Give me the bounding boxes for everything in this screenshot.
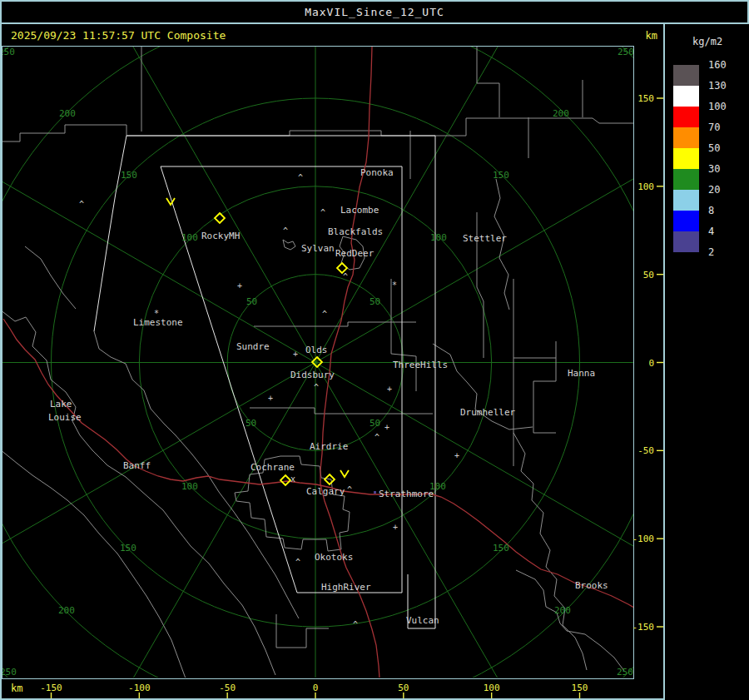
place-label: Vulcan: [406, 615, 439, 626]
range-rings: [0, 0, 749, 700]
place-label: Ponoka: [360, 167, 394, 178]
right-axis-tick-label: 150: [637, 93, 654, 104]
bottom-axis-tick-label: -150: [40, 683, 62, 693]
place-label: Sylvan: [301, 243, 335, 254]
place-label: Drumheller: [460, 407, 516, 418]
ring-distance-label: 250: [0, 47, 15, 57]
bottom-axis-tick-label: -100: [128, 683, 151, 693]
bottom-axis-tick-label: 0: [313, 683, 319, 693]
place-label: Strathmore: [379, 489, 434, 499]
right-axis-tick-label: 0: [648, 358, 654, 369]
ring-distance-label: 50: [370, 296, 380, 307]
town-symbol: ^: [79, 200, 84, 209]
town-symbol: +: [268, 394, 273, 403]
place-labels: PonokaLacombeBlackfaldsSylvanRedDeerStet…: [48, 167, 608, 626]
town-symbol: x: [290, 474, 295, 484]
ring-distance-label: 150: [121, 170, 137, 181]
town-symbol: +: [293, 350, 298, 359]
town-symbol: ^: [374, 433, 379, 442]
town-symbol: ^: [322, 310, 327, 319]
town-symbol: *: [392, 280, 397, 290]
ring-distance-label: 200: [554, 605, 571, 616]
right-axis-tick-label: 100: [637, 181, 654, 192]
place-label: Sundre: [236, 341, 270, 352]
place-label: Olds: [305, 345, 328, 355]
ring-distance-label: 100: [181, 232, 198, 243]
ring-distance-label: 100: [181, 481, 198, 492]
right-axis-tick-label: 50: [643, 270, 654, 280]
ring-distance-label: 100: [430, 232, 447, 243]
ring-distance-label: 50: [246, 418, 256, 429]
town-symbol: ^: [347, 485, 352, 494]
map-layers: 5050505010010010010015015015015020020020…: [0, 0, 749, 700]
right-axis-tick-label: -100: [632, 534, 655, 544]
ring-distance-label: 250: [618, 47, 634, 57]
town-symbol: ^: [343, 272, 348, 281]
town-symbol: ^: [353, 620, 358, 629]
place-label: Banff: [123, 460, 151, 471]
place-label: RockyMH: [201, 231, 240, 241]
right-axis-tick-label: -50: [637, 445, 654, 456]
place-label: Lake: [50, 399, 72, 410]
town-symbol: +: [237, 281, 242, 290]
ring-distance-label: 50: [370, 418, 380, 429]
place-label: Lacombe: [340, 205, 379, 216]
place-label: HighRiver: [321, 582, 371, 593]
place-label: Didsbury: [290, 370, 335, 380]
radar-coverage-outline: [94, 136, 435, 628]
ring-distance-label: 250: [0, 667, 17, 678]
ring-distance-label: 150: [493, 170, 509, 181]
place-label: Okotoks: [315, 552, 353, 563]
ring-distance-label: 200: [59, 108, 76, 119]
ring-distance-label: 150: [120, 543, 136, 554]
radar-app-window: MaxVIL_Since_12_UTC 2025/09/23 11:57:57 …: [0, 0, 749, 700]
storm-motion-arrow-icon: [340, 470, 349, 477]
town-symbol: ^: [298, 173, 303, 182]
right-axis-tick-label: -150: [632, 622, 655, 633]
town-symbol: ^: [314, 383, 319, 392]
place-label: Brooks: [575, 580, 608, 591]
place-label: Louise: [48, 412, 82, 423]
ring-distance-label: 50: [246, 296, 257, 307]
ring-distance-label: 200: [553, 108, 569, 119]
place-label: Cochrane: [250, 462, 295, 473]
place-label: Blackfalds: [328, 226, 383, 237]
storm-motion-arrow-icon: [166, 198, 175, 205]
town-symbol: +: [393, 523, 398, 532]
town-symbol: ^: [283, 226, 288, 236]
ring-distance-label: 250: [617, 667, 633, 678]
bottom-axis-tick-label: 150: [572, 683, 588, 693]
place-label: Hanna: [568, 368, 595, 379]
place-label: ThreeHills: [393, 360, 448, 370]
ring-distance-label: 150: [493, 543, 509, 554]
bottom-axis-tick-label: -50: [219, 683, 236, 693]
radar-map-canvas[interactable]: 5050505010010010010015015015015020020020…: [0, 0, 749, 700]
storm-cell-diamond-icon: [280, 475, 290, 485]
place-label: RedDeer: [335, 248, 374, 259]
place-label: Limestone: [133, 317, 183, 328]
town-symbol: +: [454, 451, 459, 460]
bottom-axis-tick-label: 50: [398, 683, 409, 693]
place-label: Airdrie: [310, 441, 348, 452]
town-symbol: +: [387, 385, 392, 394]
town-symbol: ^: [320, 208, 325, 217]
bottom-axis-tick-label: 100: [484, 683, 500, 693]
ring-distance-label: 200: [58, 605, 75, 616]
town-symbol: ^: [295, 558, 300, 567]
vil-data-cells: [374, 491, 376, 494]
place-label: Stettler: [463, 233, 507, 244]
place-label: Calgary: [306, 486, 345, 497]
town-symbol: +: [384, 423, 389, 432]
